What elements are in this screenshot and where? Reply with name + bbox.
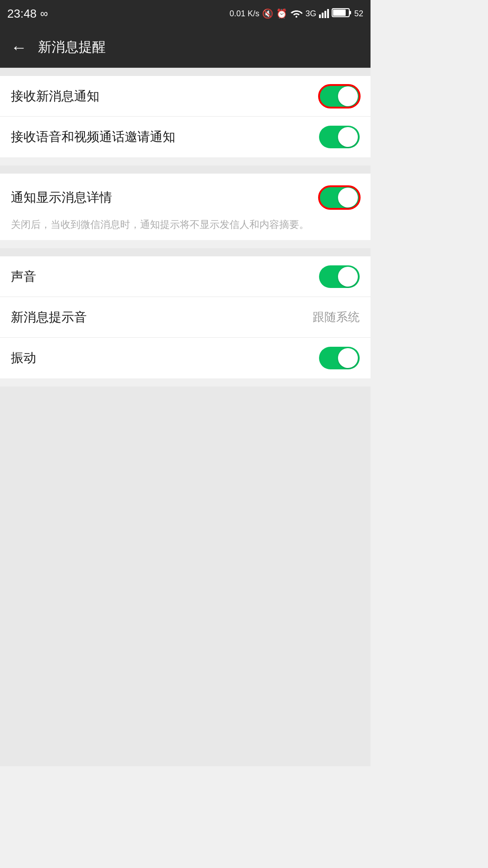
section-gap-3 — [0, 248, 371, 256]
toggle-knob — [338, 267, 358, 287]
network-speed: 0.01 K/s — [230, 9, 259, 19]
toggle-knob — [338, 348, 358, 368]
toggle-knob — [338, 127, 358, 147]
signal-bars — [319, 9, 329, 18]
toggle-receive-call[interactable] — [319, 126, 360, 148]
setting-row-vibration: 振动 — [0, 338, 371, 378]
status-right: 0.01 K/s 🔇 ⏰ 3G 52 — [230, 8, 363, 20]
setting-label-receive-new-msg: 接收新消息通知 — [11, 88, 99, 105]
setting-label-show-detail: 通知显示消息详情 — [11, 189, 112, 206]
status-bar: 23:48 ∞ 0.01 K/s 🔇 ⏰ 3G 52 — [0, 0, 371, 27]
toggle-knob — [338, 86, 358, 106]
setting-label-vibration: 振动 — [11, 349, 36, 367]
time-display: 23:48 — [7, 7, 37, 21]
settings-group-3: 声音 新消息提示音 跟随系统 振动 — [0, 256, 371, 378]
setting-row-receive-new-msg: 接收新消息通知 — [0, 76, 371, 117]
toggle-show-detail[interactable] — [319, 186, 360, 209]
setting-row-show-detail: 通知显示消息详情 关闭后，当收到微信消息时，通知提示将不显示发信人和内容摘要。 — [0, 174, 371, 240]
svg-rect-1 — [333, 9, 346, 16]
toggle-receive-new-msg[interactable] — [319, 85, 360, 108]
back-button[interactable]: ← — [11, 38, 27, 57]
signal-icon: 3G — [305, 9, 316, 19]
svg-rect-2 — [349, 11, 351, 14]
section-gap-2 — [0, 165, 371, 174]
toggle-vibration[interactable] — [319, 347, 360, 369]
setting-label-receive-call: 接收语音和视频通话邀请通知 — [11, 128, 175, 146]
battery-display — [332, 8, 352, 20]
toggle-knob — [338, 188, 358, 208]
status-left: 23:48 ∞ — [7, 7, 48, 21]
mute-icon: 🔇 — [262, 8, 273, 19]
alarm-icon: ⏰ — [276, 8, 287, 19]
setting-label-sound-type: 新消息提示音 — [11, 309, 87, 326]
setting-description-show-detail: 关闭后，当收到微信消息时，通知提示将不显示发信人和内容摘要。 — [0, 217, 320, 240]
setting-row-sound-type[interactable]: 新消息提示音 跟随系统 — [0, 297, 371, 338]
page-title: 新消息提醒 — [38, 38, 106, 57]
bottom-empty-area — [0, 387, 371, 766]
section-gap-1 — [0, 68, 371, 76]
settings-group-2: 通知显示消息详情 关闭后，当收到微信消息时，通知提示将不显示发信人和内容摘要。 — [0, 174, 371, 240]
wifi-icon — [290, 8, 303, 20]
battery-percent: 52 — [354, 9, 363, 19]
setting-label-sound: 声音 — [11, 268, 36, 285]
toggle-sound[interactable] — [319, 265, 360, 288]
settings-group-1: 接收新消息通知 接收语音和视频通话邀请通知 — [0, 76, 371, 157]
toolbar: ← 新消息提醒 — [0, 27, 371, 68]
setting-row-sound: 声音 — [0, 256, 371, 297]
setting-value-sound-type: 跟随系统 — [313, 309, 360, 325]
infinity-icon: ∞ — [40, 7, 48, 20]
setting-row-receive-call: 接收语音和视频通话邀请通知 — [0, 117, 371, 157]
row-main-show-detail: 通知显示消息详情 — [0, 182, 371, 213]
